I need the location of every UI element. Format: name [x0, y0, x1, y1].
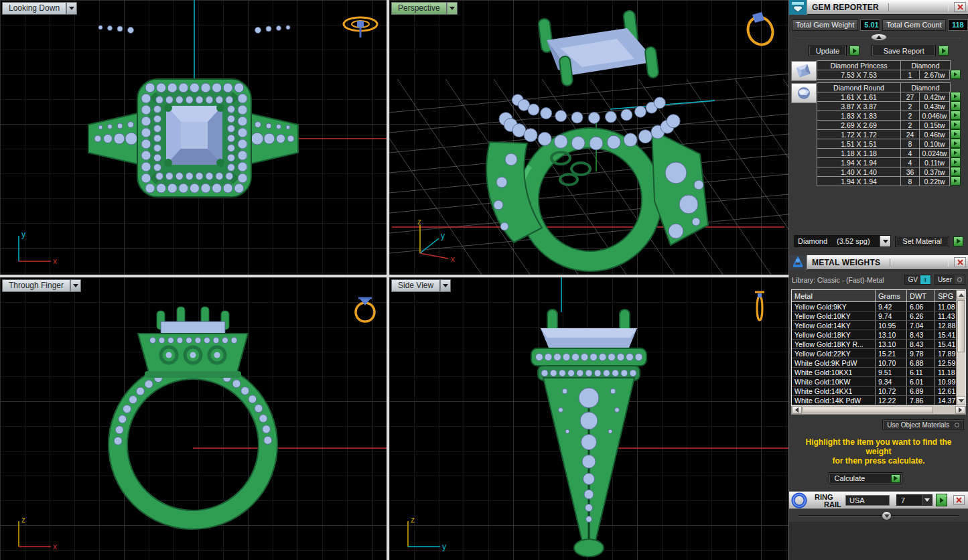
scrollbar-thumb[interactable] [803, 407, 933, 413]
gem-row-go-button[interactable] [951, 176, 961, 186]
update-button[interactable]: Update [809, 45, 847, 56]
scroll-down-icon[interactable] [957, 396, 965, 405]
use-object-materials-toggle[interactable]: Use Object Materials [882, 419, 964, 430]
gem-row-go-button[interactable] [951, 70, 961, 79]
view-selector-looking-down[interactable]: Looking Down [2, 2, 77, 15]
gem-row[interactable]: 1.94 X 1.9440.11tw [817, 158, 966, 167]
gem-row-go-button[interactable] [951, 92, 961, 101]
save-report-button[interactable]: Save Report [872, 45, 936, 56]
metal-row[interactable]: Yellow Gold:14KY10.957.0412.88 [792, 321, 956, 330]
close-icon[interactable] [954, 257, 966, 267]
ring-orientation-side-icon [750, 288, 770, 324]
metal-cell: 12.88 [935, 321, 956, 330]
vertical-scrollbar[interactable] [956, 290, 965, 405]
gem-weight-cell: 0.024tw [919, 148, 950, 158]
gem-row[interactable]: 1.94 X 1.9480.22tw [817, 177, 966, 186]
gem-row[interactable]: 1.51 X 1.5180.10tw [817, 139, 966, 149]
gem-row[interactable]: 2.69 X 2.6920.15tw [817, 121, 966, 130]
calculate-button[interactable]: Calculate [829, 472, 902, 484]
viewport-through-finger[interactable]: Through Finger z x [0, 277, 387, 560]
scroll-left-icon[interactable] [792, 406, 802, 414]
metal-row[interactable]: Yellow Gold:18KY13.108.4315.41 [792, 330, 956, 340]
round-gem-icon [791, 83, 817, 103]
metal-row[interactable]: Yellow Gold:18KY R...13.108.4315.41 [792, 340, 956, 349]
set-material-go-button[interactable] [953, 236, 963, 247]
metal-weights-header[interactable]: METAL WEIGHTS [789, 255, 968, 270]
metal-row[interactable]: Yellow Gold:9KY9.426.0611.08 [792, 302, 956, 311]
view-label[interactable]: Perspective [391, 2, 447, 15]
view-label[interactable]: Looking Down [2, 2, 66, 15]
user-radio[interactable] [955, 275, 965, 284]
metal-table-header[interactable]: Metal Grams DWT SPG [792, 290, 956, 302]
metal-row[interactable]: White Gold:14KX110.726.8912.61 [792, 387, 956, 396]
dropdown-arrow-button[interactable] [922, 495, 932, 505]
metal-cell: White Gold:9K PdW [792, 358, 876, 367]
col-header-grams[interactable]: Grams [876, 290, 907, 301]
gem-row[interactable]: 1.18 X 1.1840.024tw [817, 149, 966, 158]
user-toggle[interactable]: User [935, 275, 965, 285]
ring-rail-go-button[interactable] [936, 494, 947, 506]
col-header-dwt[interactable]: DWT [907, 290, 935, 301]
scroll-right-icon[interactable] [955, 406, 965, 414]
ring-rail-close-icon[interactable] [953, 495, 965, 505]
gem-row[interactable]: 7.53 X 7.5312.67tw [817, 70, 966, 80]
gem-count-cell: 4 [900, 157, 920, 167]
view-selector-perspective[interactable]: Perspective [391, 2, 458, 15]
col-header-metal[interactable]: Metal [792, 290, 876, 301]
view-dropdown-button[interactable] [70, 279, 81, 292]
view-selector-side-view[interactable]: Side View [391, 279, 451, 292]
gv-state[interactable]: I [920, 275, 930, 284]
view-label[interactable]: Side View [391, 279, 440, 292]
viewport-divider-horizontal[interactable] [0, 275, 788, 277]
scroll-up-icon[interactable] [957, 290, 965, 299]
gem-row-go-button[interactable] [951, 157, 961, 167]
collapse-button[interactable] [871, 33, 887, 41]
viewport-side-view[interactable]: Side View z y [389, 277, 788, 560]
viewport-divider-vertical[interactable] [387, 0, 389, 560]
gem-count-cell: 24 [900, 129, 920, 139]
gem-row-go-button[interactable] [951, 120, 961, 129]
ring-size-region-field[interactable]: USA [845, 495, 890, 506]
gem-row[interactable]: 3.87 X 3.8720.43tw [817, 102, 966, 111]
gem-row-go-button[interactable] [951, 148, 961, 157]
metal-row[interactable]: Yellow Gold:22KY15.219.7817.89 [792, 349, 956, 358]
set-material-button[interactable]: Set Material [895, 236, 949, 247]
gem-reporter-header[interactable]: GEM REPORTER [789, 0, 968, 15]
metal-row[interactable]: Yellow Gold:10KY9.746.2611.43 [792, 311, 956, 321]
gem-row[interactable]: 1.83 X 1.8320.046tw [817, 111, 966, 121]
gem-row-go-button[interactable] [951, 167, 961, 176]
view-dropdown-button[interactable] [447, 2, 458, 15]
save-report-go-button[interactable] [939, 46, 949, 56]
metal-row[interactable]: White Gold:10KX19.516.1111.18 [792, 368, 956, 377]
gem-row[interactable]: 1.72 X 1.72240.46tw [817, 130, 966, 139]
gem-row[interactable]: 1.61 X 1.61270.42tw [817, 92, 966, 102]
view-selector-through-finger[interactable]: Through Finger [2, 279, 81, 292]
close-icon[interactable] [954, 2, 966, 12]
gem-row-go-button[interactable] [951, 139, 961, 148]
viewport-looking-down[interactable]: Looking Down y x [0, 0, 387, 275]
ring-rail-slider[interactable] [799, 511, 959, 522]
viewport-perspective[interactable]: Perspective z y x [389, 0, 788, 275]
axis-triad: z y [400, 514, 450, 553]
gem-size-cell: 1.40 X 1.40 [817, 167, 901, 177]
scrollbar-thumb[interactable] [957, 300, 965, 352]
update-go-button[interactable] [849, 46, 859, 56]
horizontal-scrollbar[interactable] [791, 406, 966, 415]
gem-material-dropdown[interactable]: Diamond (3.52 spg) [794, 235, 891, 247]
metal-row[interactable]: White Gold:10KW9.346.0110.99 [792, 377, 956, 387]
gem-type-cell: Diamond Princess [817, 60, 901, 70]
col-header-spg[interactable]: SPG [935, 290, 956, 301]
gem-row-go-button[interactable] [951, 129, 961, 139]
metal-row[interactable]: White Gold:14K PdW12.227.8614.37 [792, 396, 956, 405]
gv-toggle[interactable]: GV I [904, 275, 930, 285]
view-dropdown-button[interactable] [440, 279, 451, 292]
view-label[interactable]: Through Finger [2, 279, 70, 292]
ring-size-dropdown[interactable]: 7 [896, 494, 932, 506]
gem-row-go-button[interactable] [951, 101, 961, 111]
slider-handle[interactable] [882, 511, 892, 520]
metal-row[interactable]: White Gold:9K PdW10.706.8812.59 [792, 358, 956, 368]
view-dropdown-button[interactable] [66, 2, 77, 15]
gem-row[interactable]: 1.40 X 1.40360.37tw [817, 167, 966, 177]
dropdown-arrow-button[interactable] [880, 236, 890, 247]
gem-row-go-button[interactable] [951, 111, 961, 120]
